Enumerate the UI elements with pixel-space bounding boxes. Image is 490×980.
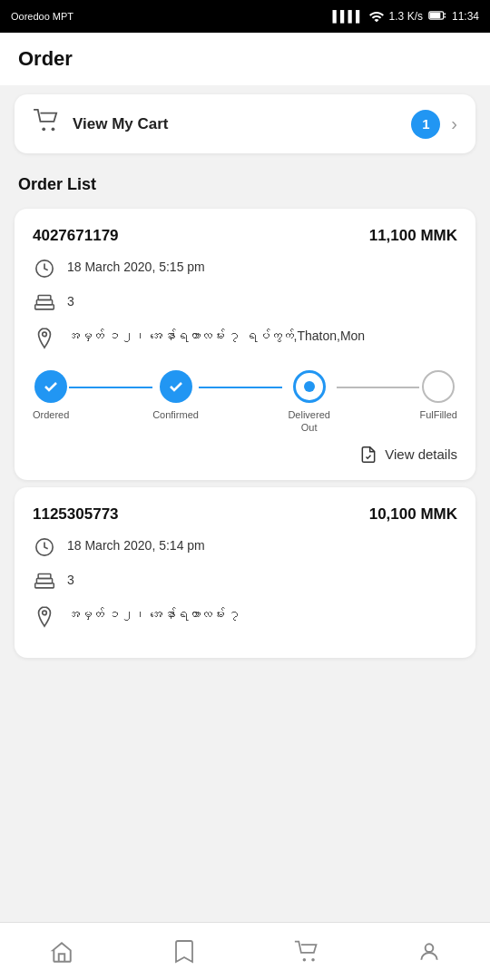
order-date-row-1: 18 March 2020, 5:15 pm [33,258,457,283]
carrier-info: Ooredoo MPT [11,11,74,22]
progress-tracker-1: Ordered Confirmed Delivered Out [33,370,457,435]
step-ordered: Ordered [33,370,69,421]
items-icon-2 [33,572,56,596]
location-icon-2 [33,606,56,632]
system-icons: ▌▌▌▌ 1.3 K/s 11:34 [333,9,479,24]
order-date-1: 18 March 2020, 5:15 pm [67,258,205,277]
nav-home[interactable] [0,941,122,963]
step-circle-delivered [293,370,326,403]
view-cart-banner[interactable]: View My Cart 1 › [15,94,475,153]
location-icon-1 [33,328,56,354]
order-list-title: Order List [0,162,490,201]
svg-point-4 [42,127,45,131]
svg-rect-7 [35,305,54,309]
data-speed: 1.3 K/s [389,10,423,23]
cart-chevron-icon: › [451,113,457,134]
svg-point-16 [302,958,306,962]
step-label-confirmed: Confirmed [152,408,199,421]
order-address-1: အမှတ် ၁၂၊ အနော်ရထာလမ်း ၇ ရပ်ကွက်,Thaton,… [67,327,365,346]
nav-cart[interactable] [245,940,368,964]
clock-icon-1 [33,259,56,283]
page-title: Order [18,47,73,70]
step-circle-fulfilled [422,370,455,403]
svg-point-18 [425,944,433,952]
order-id-1: 4027671179 [33,227,119,245]
order-address-row-1: အမှတ် ၁၂၊ အနော်ရထာလမ်း ၇ ရပ်ကွက်,Thaton,… [33,327,457,354]
order-card-1: 4027671179 11,100 MMK 18 March 2020, 5:1… [15,209,475,480]
clock-icon-2 [33,537,56,562]
step-label-fulfilled: FulFilled [419,408,457,421]
step-label-ordered: Ordered [33,408,69,421]
battery-icon [428,10,446,24]
signal-icon: ▌▌▌▌ [333,10,364,23]
svg-rect-8 [36,300,52,305]
line-1-2 [69,387,152,388]
svg-point-15 [43,611,47,615]
nav-favorites[interactable] [122,940,245,964]
order-address-row-2: အမှတ် ၁၂၊ အနော်ရထာလမ်း ၇ [33,605,457,632]
line-3-4 [337,387,420,388]
svg-point-17 [311,958,315,962]
status-bar: Ooredoo MPT ▌▌▌▌ 1.3 K/s 11:34 [0,0,490,33]
wifi-icon [369,9,384,24]
step-fulfilled: FulFilled [419,370,457,421]
page-header: Order [0,33,490,85]
cart-label: View My Cart [73,115,411,133]
order-price-1: 11,100 MMK [369,227,457,245]
order-id-2: 1125305773 [33,505,119,524]
svg-rect-9 [38,295,51,299]
line-2-3 [199,387,282,388]
cart-count-badge: 1 [411,110,440,139]
step-delivered: Delivered Out [282,370,337,435]
order-address-2: အမှတ် ၁၂၊ အနော်ရထာလမ်း ၇ [67,605,241,624]
svg-rect-12 [35,583,54,587]
svg-rect-14 [38,573,51,578]
step-circle-confirmed [160,370,192,403]
svg-point-10 [43,332,47,337]
order-items-row-2: 3 [33,571,457,596]
items-icon-1 [33,293,56,318]
view-details-row-1[interactable]: View details [33,446,457,464]
bottom-nav [0,922,490,980]
order-price-2: 10,100 MMK [369,505,457,524]
order-items-row-1: 3 [33,292,457,318]
nav-profile[interactable] [368,940,490,964]
cart-icon [33,109,60,139]
svg-rect-1 [430,12,441,18]
order-item-count-2: 3 [67,571,74,590]
view-details-label-1: View details [385,446,457,462]
step-confirmed: Confirmed [152,370,199,421]
step-label-delivered: Delivered Out [282,408,337,435]
order-date-2: 18 March 2020, 5:14 pm [67,536,205,555]
time-display: 11:34 [452,10,479,23]
order-card-2: 1125305773 10,100 MMK 18 March 2020, 5:1… [15,487,475,658]
svg-point-5 [52,127,55,131]
order-item-count-1: 3 [67,292,74,311]
order-date-row-2: 18 March 2020, 5:14 pm [33,536,457,562]
step-circle-ordered [34,370,67,403]
view-details-btn-1[interactable]: View details [359,446,457,464]
